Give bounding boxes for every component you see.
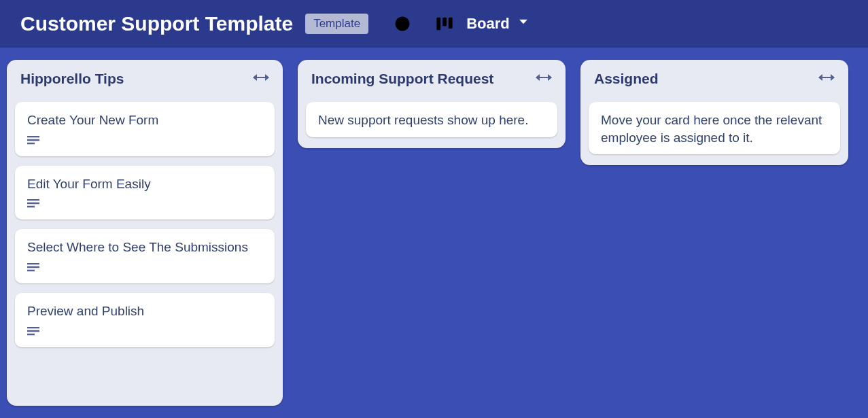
board-icon [435, 14, 454, 33]
card[interactable]: Preview and Publish [15, 293, 275, 347]
card-title: Select Where to See The Submissions [27, 239, 262, 256]
list-body: Create Your New Form Edit Your Form Easi… [7, 92, 283, 355]
list-header[interactable]: Assigned [580, 60, 848, 92]
card[interactable]: New support requests show up here. [306, 102, 557, 137]
description-icon [27, 327, 39, 339]
card-title: Preview and Publish [27, 302, 262, 320]
topbar: Customer Support Template Template Board [0, 0, 868, 48]
list-title: Hipporello Tips [20, 71, 124, 87]
card[interactable]: Move your card here once the relevant em… [589, 102, 840, 154]
template-badge[interactable]: Template [305, 14, 368, 34]
card[interactable]: Create Your New Form [15, 102, 275, 156]
list-header[interactable]: Incoming Support Request [298, 60, 566, 92]
card-title: Create Your New Form [27, 111, 262, 129]
board-view-button[interactable]: Board [466, 15, 530, 33]
svg-rect-2 [442, 18, 447, 27]
collapse-icon[interactable] [253, 71, 269, 86]
globe-icon[interactable] [393, 14, 412, 33]
card[interactable]: Select Where to See The Submissions [15, 229, 275, 283]
list-header[interactable]: Hipporello Tips [7, 60, 283, 92]
card-title: Move your card here once the relevant em… [601, 111, 828, 146]
list-assigned: Assigned Move your card here once the re… [580, 60, 848, 165]
list-incoming-support: Incoming Support Request New support req… [298, 60, 566, 148]
description-icon [27, 199, 39, 211]
list-body: Move your card here once the relevant em… [580, 92, 848, 165]
description-icon [27, 263, 39, 275]
card[interactable]: Edit Your Form Easily [15, 166, 275, 220]
svg-rect-1 [436, 18, 440, 31]
card-title: New support requests show up here. [318, 111, 545, 129]
description-icon [27, 136, 39, 148]
board-title[interactable]: Customer Support Template [20, 12, 293, 35]
list-title: Assigned [594, 71, 659, 87]
collapse-icon[interactable] [536, 71, 552, 86]
card-title: Edit Your Form Easily [27, 175, 262, 193]
chevron-down-icon [517, 15, 530, 33]
board-area: Hipporello Tips Create Your New Form Edi… [0, 48, 868, 418]
list-body: New support requests show up here. [298, 92, 566, 148]
board-view-label: Board [466, 15, 510, 33]
list-hipporello-tips: Hipporello Tips Create Your New Form Edi… [7, 60, 283, 406]
list-title: Incoming Support Request [311, 71, 493, 87]
svg-rect-3 [449, 18, 453, 29]
collapse-icon[interactable] [818, 71, 835, 86]
